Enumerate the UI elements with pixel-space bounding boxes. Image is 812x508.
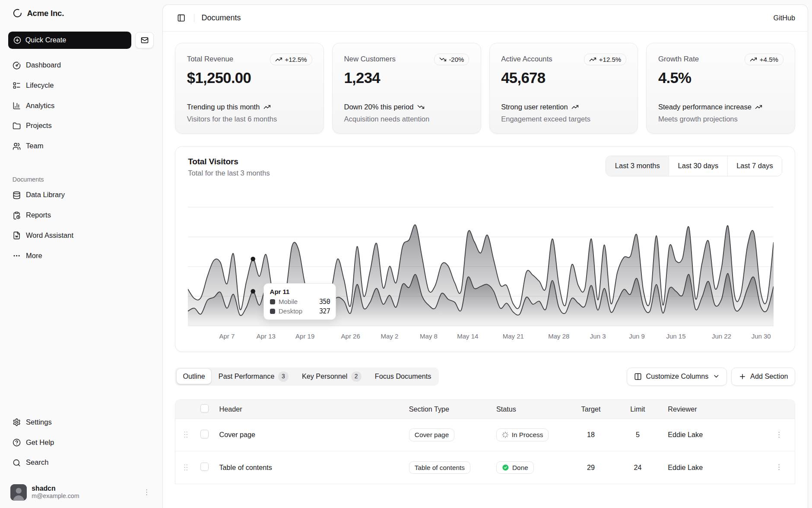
- stat-card-3: Growth Rate +4.5% 4.5% Steady performanc…: [646, 43, 795, 133]
- sidebar-item-label: Analytics: [26, 102, 54, 110]
- table-row: Cover page Cover page In Process 18 5 Ed…: [175, 419, 795, 451]
- tooltip-date: Apr 11: [270, 288, 330, 295]
- customize-columns-button[interactable]: Customize Columns: [627, 367, 727, 386]
- range-option-1[interactable]: Last 30 days: [669, 156, 727, 176]
- trending-down-icon: [417, 103, 425, 111]
- stat-card-0: Total Revenue +12.5% $1,250.00 Trending …: [175, 43, 324, 133]
- toolbar-actions: Customize Columns Add Section: [627, 367, 795, 386]
- tab-outline[interactable]: Outline: [177, 369, 211, 384]
- row-checkbox[interactable]: [200, 463, 209, 471]
- cell-reviewer[interactable]: Eddie Lake: [664, 419, 764, 451]
- panel-left-icon: [177, 14, 185, 22]
- brand-name: Acme Inc.: [27, 9, 64, 18]
- sidebar-item-reports[interactable]: Reports: [8, 207, 154, 224]
- file-word-icon: [13, 231, 21, 240]
- sidebar-item-projects[interactable]: Projects: [8, 118, 154, 134]
- mail-icon: [141, 36, 149, 44]
- trending-up-icon: [755, 103, 762, 111]
- page-header: Documents GitHub: [163, 5, 808, 32]
- avatar: [10, 484, 27, 501]
- user-name: shadcn: [32, 485, 137, 492]
- page-title: Documents: [202, 13, 241, 22]
- table-header-row: Header Section Type Status Target Limit …: [175, 400, 795, 419]
- svg-text:May 8: May 8: [420, 332, 438, 340]
- user-email: m@example.com: [32, 492, 137, 500]
- trend-badge: +12.5%: [584, 54, 626, 65]
- row-menu-button[interactable]: [774, 429, 784, 440]
- cell-reviewer[interactable]: Eddie Lake: [664, 451, 764, 484]
- drag-handle[interactable]: [181, 462, 191, 473]
- sidebar-item-search[interactable]: Search: [8, 454, 154, 471]
- sidebar-item-label: Data Library: [26, 191, 65, 199]
- sidebar-item-dashboard[interactable]: Dashboard: [8, 57, 154, 73]
- stat-card-label: New Customers: [344, 54, 395, 63]
- trend-badge: +4.5%: [745, 54, 783, 65]
- cell-header[interactable]: Table of contents: [215, 451, 405, 484]
- database-icon: [13, 191, 21, 199]
- svg-text:Jun 22: Jun 22: [712, 332, 731, 340]
- stat-card-footer-title: Trending up this month: [187, 102, 312, 112]
- bar-chart-icon: [13, 102, 21, 110]
- chart-tooltip: Apr 11 Mobile350 Desktop327: [263, 283, 336, 320]
- cell-limit[interactable]: 5: [612, 419, 663, 451]
- stat-card-footer-title: Down 20% this period: [344, 102, 469, 112]
- cell-limit[interactable]: 24: [612, 451, 663, 484]
- main-panel: Documents GitHub Total Revenue +12.5% $1…: [162, 4, 808, 508]
- sidebar-item-lifecycle[interactable]: Lifecycle: [8, 77, 154, 94]
- brand[interactable]: Acme Inc.: [8, 5, 154, 21]
- trending-up-icon: [571, 103, 579, 111]
- user-more-button[interactable]: [142, 487, 152, 498]
- visitors-area-chart[interactable]: Apr 7Apr 13Apr 19Apr 26May 2May 8May 14M…: [188, 191, 782, 344]
- row-menu-button[interactable]: [774, 462, 784, 473]
- svg-text:Jun 9: Jun 9: [629, 332, 645, 340]
- user-meta: shadcn m@example.com: [32, 485, 137, 500]
- sidebar-item-more[interactable]: More: [8, 248, 154, 264]
- svg-text:Apr 13: Apr 13: [257, 332, 276, 340]
- area-chart-svg: Apr 7Apr 13Apr 19Apr 26May 2May 8May 14M…: [188, 191, 774, 344]
- cell-target[interactable]: 18: [570, 419, 612, 451]
- range-option-2[interactable]: Last 7 days: [727, 156, 782, 176]
- sidebar-item-settings[interactable]: Settings: [8, 414, 154, 431]
- quick-create-button[interactable]: Quick Create: [8, 32, 131, 49]
- drag-handle[interactable]: [181, 429, 191, 440]
- select-all-checkbox[interactable]: [200, 404, 209, 412]
- github-link[interactable]: GitHub: [774, 14, 795, 22]
- svg-text:May 21: May 21: [503, 332, 524, 340]
- sidebar-item-analytics[interactable]: Analytics: [8, 98, 154, 114]
- sidebar-item-data-library[interactable]: Data Library: [8, 187, 154, 203]
- user-menu[interactable]: shadcn m@example.com: [8, 482, 154, 501]
- col-reviewer: Reviewer: [664, 400, 764, 419]
- col-limit: Limit: [612, 400, 663, 419]
- range-option-0[interactable]: Last 3 months: [606, 156, 669, 176]
- svg-text:May 14: May 14: [457, 332, 478, 340]
- header-divider: [194, 14, 194, 22]
- app: Acme Inc. Quick Create DashboardLifecycl…: [0, 0, 812, 508]
- circle-plus-icon: [13, 36, 21, 44]
- sidebar-item-label: Get Help: [26, 438, 54, 447]
- tooltip-row: Desktop327: [270, 307, 330, 315]
- add-section-button[interactable]: Add Section: [731, 367, 795, 386]
- cell-header[interactable]: Cover page: [215, 419, 405, 451]
- series-swatch-icon: [270, 299, 275, 304]
- status-badge: Done: [496, 461, 534, 474]
- svg-text:Jun 15: Jun 15: [666, 332, 686, 340]
- folder-icon: [13, 122, 21, 130]
- stat-cards: Total Revenue +12.5% $1,250.00 Trending …: [175, 43, 795, 133]
- tab-focus-documents[interactable]: Focus Documents: [368, 369, 437, 384]
- clipboard-clock-icon: [13, 211, 21, 220]
- cell-target[interactable]: 29: [570, 451, 612, 484]
- sidebar-item-get-help[interactable]: Get Help: [8, 434, 154, 450]
- chevron-down-icon: [713, 373, 720, 380]
- row-checkbox[interactable]: [200, 430, 209, 438]
- inbox-button[interactable]: [135, 32, 154, 48]
- svg-text:Jun 3: Jun 3: [590, 332, 606, 340]
- tab-count-badge: 3: [278, 371, 289, 382]
- sidebar-item-team[interactable]: Team: [8, 138, 154, 154]
- tab-key-personnel[interactable]: Key Personnel2: [296, 369, 368, 384]
- stat-card-label: Total Revenue: [187, 54, 233, 63]
- tab-past-performance[interactable]: Past Performance3: [212, 369, 295, 384]
- sidebar-toggle-button[interactable]: [175, 12, 187, 24]
- stat-card-footer-desc: Visitors for the last 6 months: [187, 115, 312, 124]
- sidebar-item-word-assistant[interactable]: Word Assistant: [8, 227, 154, 244]
- sidebar-item-label: Team: [26, 142, 43, 150]
